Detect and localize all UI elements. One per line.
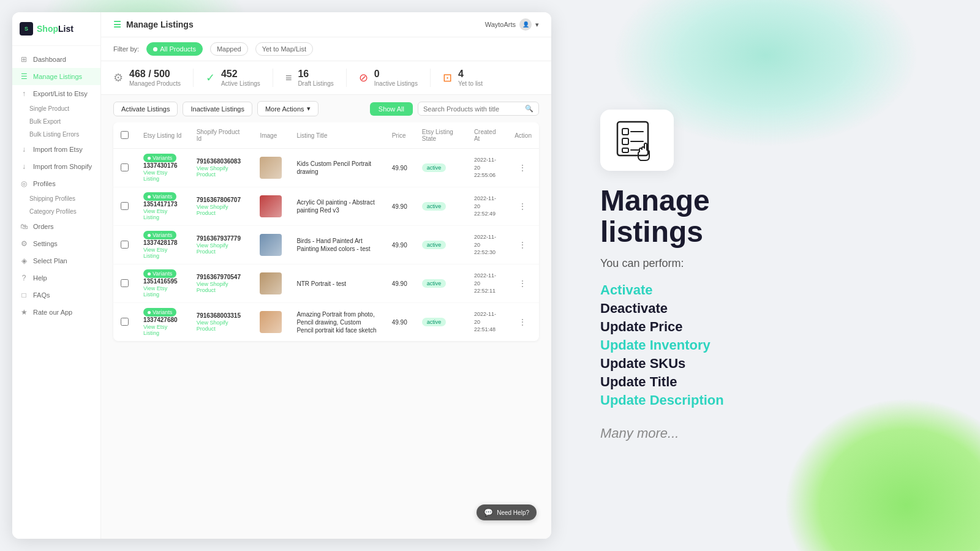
col-shopify-product-id: Shopify Product Id	[189, 122, 253, 149]
view-etsy-link[interactable]: View Etsy Listing	[143, 324, 182, 336]
variants-badge[interactable]: Variants	[143, 308, 176, 317]
left-panel: S ShopList ⊞ Dashboard ☰ Manage Listings	[0, 0, 564, 551]
feature-subtext: You can perform:	[600, 257, 684, 270]
variants-badge[interactable]: Variants	[143, 231, 176, 239]
user-info[interactable]: WaytoArts 👤 ▾	[485, 18, 539, 31]
view-shopify-link[interactable]: View Shopify Product	[197, 320, 246, 332]
row-checkbox[interactable]	[121, 163, 129, 171]
stat-managed-products: ⚙ 468 / 500 Managed Products	[113, 69, 194, 87]
view-shopify-link[interactable]: View Shopify Product	[197, 204, 246, 216]
need-help-button[interactable]: 💬 Need Help?	[477, 504, 537, 520]
feature-icon-wrapper	[600, 110, 674, 171]
variants-badge[interactable]: Variants	[143, 192, 176, 201]
stat-text: 468 / 500 Managed Products	[129, 69, 181, 87]
listing-title: Amazing Portrait from photo, Pencil draw…	[296, 310, 377, 334]
sidebar-item-orders[interactable]: 🛍 Orders	[12, 218, 100, 235]
filter-label: Filter by:	[113, 45, 139, 53]
status-badge: active	[422, 202, 447, 211]
sidebar-sub-bulk-export[interactable]: Bulk Export	[12, 115, 100, 128]
sidebar-item-select-plan[interactable]: ◈ Select Plan	[12, 252, 100, 269]
stat-text: 16 Draft Listings	[298, 69, 333, 87]
product-image	[260, 195, 282, 217]
table-row: Variants 1337428178 View Etsy Listing 79…	[113, 226, 539, 264]
created-date: 2022-11-2022:51:48	[474, 310, 500, 334]
view-etsy-link[interactable]: View Etsy Listing	[143, 247, 182, 259]
sidebar-item-manage-listings[interactable]: ☰ Manage Listings	[12, 68, 100, 85]
title-icon: ☰	[113, 20, 121, 29]
sidebar-item-dashboard[interactable]: ⊞ Dashboard	[12, 51, 100, 68]
shopify-product-id: 7916368003315	[197, 312, 246, 319]
filter-mapped[interactable]: Mapped	[210, 42, 248, 56]
col-action: Action	[507, 122, 539, 149]
variants-badge[interactable]: Variants	[143, 269, 176, 278]
sidebar-sub-single-product[interactable]: Single Product	[12, 102, 100, 115]
row-checkbox[interactable]	[121, 279, 129, 287]
sidebar-item-rate-app[interactable]: ★ Rate our App	[12, 304, 100, 321]
sidebar-item-help[interactable]: ? Help	[12, 269, 100, 287]
sidebar-item-faqs[interactable]: □ FAQs	[12, 287, 100, 304]
search-input[interactable]	[423, 105, 521, 113]
gear-icon: ⚙	[113, 71, 123, 84]
action-menu-button[interactable]: ⋮	[514, 316, 530, 328]
variants-badge[interactable]: Variants	[143, 154, 176, 162]
view-etsy-link[interactable]: View Etsy Listing	[143, 208, 182, 220]
page-title: ☰ Manage Listings	[113, 20, 194, 29]
action-menu-button[interactable]: ⋮	[514, 200, 530, 212]
action-menu-button[interactable]: ⋮	[514, 277, 530, 290]
sidebar-sub-bulk-errors[interactable]: Bulk Listing Errors	[12, 128, 100, 141]
faqs-icon: □	[20, 291, 28, 299]
view-shopify-link[interactable]: View Shopify Product	[197, 165, 246, 178]
filter-yet-to-map[interactable]: Yet to Map/List	[255, 42, 313, 56]
filter-dot	[153, 47, 157, 51]
sidebar-item-label: Import from Etsy	[33, 146, 83, 153]
search-box: 🔍	[418, 102, 539, 116]
feature-item: Update Description	[600, 392, 724, 408]
sidebar-item-export-etsy[interactable]: ↑ Export/List to Etsy	[12, 85, 100, 102]
more-actions-button[interactable]: More Actions ▾	[257, 101, 318, 116]
price: 49.90	[392, 280, 407, 287]
stat-active-listings: ✓ 452 Active Listings	[194, 69, 273, 87]
sidebar-sub-shipping-profiles[interactable]: Shipping Profiles	[12, 192, 100, 205]
variants-dot	[148, 272, 151, 276]
sidebar-item-profiles[interactable]: ◎ Profiles	[12, 175, 100, 192]
row-checkbox[interactable]	[121, 202, 129, 210]
inactivate-listings-button[interactable]: Inactivate Listings	[183, 102, 252, 116]
chevron-down-icon: ▾	[307, 105, 311, 113]
stat-text: 0 Inactive Listings	[374, 69, 418, 87]
view-etsy-link[interactable]: View Etsy Listing	[143, 170, 182, 182]
feature-item: Update Inventory	[600, 337, 724, 353]
select-all-checkbox[interactable]	[121, 131, 129, 139]
logo-icon-symbol: S	[24, 26, 28, 32]
sidebar-item-label: FAQs	[33, 291, 50, 299]
row-checkbox[interactable]	[121, 318, 129, 326]
view-shopify-link[interactable]: View Shopify Product	[197, 242, 246, 255]
filter-all-products[interactable]: All Products	[146, 42, 203, 56]
sidebar-item-label: Export/List to Etsy	[33, 90, 88, 97]
activate-listings-button[interactable]: Activate Listings	[113, 102, 178, 116]
sidebar-item-settings[interactable]: ⚙ Settings	[12, 235, 100, 252]
top-bar: ☰ Manage Listings WaytoArts 👤 ▾	[101, 12, 551, 37]
sidebar-item-import-etsy[interactable]: ↓ Import from Etsy	[12, 141, 100, 158]
col-etsy-listing-id: Etsy Listing Id	[136, 122, 189, 149]
sidebar-item-import-shopify[interactable]: ↓ Import from Shopify	[12, 158, 100, 175]
manage-listings-icon: ☰	[20, 72, 28, 81]
avatar: 👤	[519, 18, 532, 31]
action-menu-button[interactable]: ⋮	[514, 239, 530, 251]
search-icon: 🔍	[525, 105, 533, 113]
product-image	[260, 272, 282, 294]
view-etsy-link[interactable]: View Etsy Listing	[143, 285, 182, 298]
dashboard-icon: ⊞	[20, 55, 28, 64]
star-icon: ★	[20, 308, 28, 317]
row-checkbox[interactable]	[121, 241, 129, 249]
sidebar-sub-category-profiles[interactable]: Category Profiles	[12, 205, 100, 218]
sidebar-item-label: Select Plan	[33, 257, 67, 264]
sidebar-nav: ⊞ Dashboard ☰ Manage Listings ↑ Export/L…	[12, 46, 100, 539]
view-shopify-link[interactable]: View Shopify Product	[197, 281, 246, 293]
show-all-button[interactable]: Show All	[370, 102, 413, 116]
product-image	[260, 157, 282, 179]
sidebar-item-label: Help	[33, 274, 47, 282]
created-date: 2022-11-2022:52:30	[474, 233, 500, 257]
feature-item: Activate	[600, 282, 724, 298]
action-menu-button[interactable]: ⋮	[514, 162, 530, 174]
variants-dot	[148, 195, 151, 198]
